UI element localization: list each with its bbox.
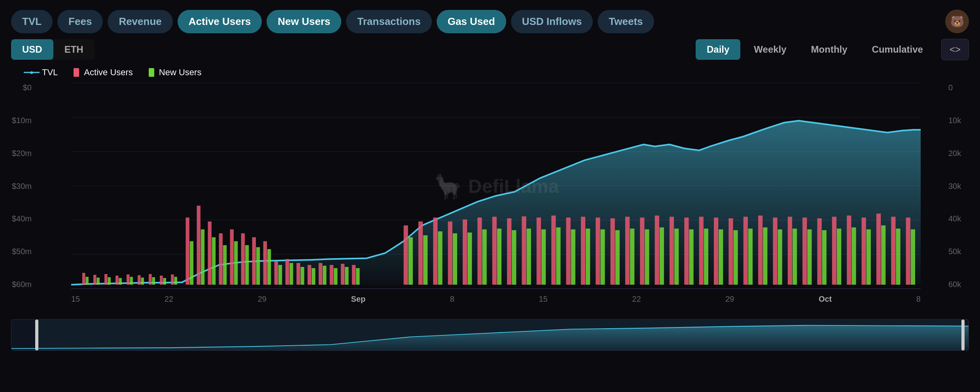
time-cumulative[interactable]: Cumulative [861,39,934,60]
svg-rect-62 [492,217,497,285]
svg-rect-37 [289,263,293,285]
legend-active-users: Active Users [74,67,132,78]
svg-rect-66 [522,216,526,285]
svg-rect-26 [230,229,234,285]
svg-rect-27 [234,241,238,285]
svg-rect-101 [778,229,782,285]
x-label-22: 22 [165,295,173,304]
svg-rect-39 [301,267,304,285]
top-navigation: TVL Fees Revenue Active Users New Users … [0,0,980,39]
x-label-15b: 15 [539,295,547,304]
svg-rect-119 [911,229,915,285]
svg-rect-38 [297,263,300,285]
svg-rect-41 [312,268,315,285]
svg-rect-87 [674,228,679,285]
svg-rect-5 [108,277,110,285]
svg-rect-114 [876,213,881,285]
svg-rect-43 [323,266,326,285]
time-monthly[interactable]: Monthly [800,39,859,60]
range-handle-right[interactable] [961,320,965,350]
svg-rect-29 [245,245,249,285]
svg-rect-70 [551,215,556,285]
svg-rect-107 [822,230,827,285]
svg-rect-54 [433,217,437,285]
svg-rect-4 [104,274,107,285]
controls-row: USD ETH Daily Weekly Monthly Cumulative … [0,39,980,67]
svg-rect-52 [418,221,423,285]
svg-rect-99 [763,227,767,285]
svg-rect-32 [263,241,267,285]
svg-rect-98 [758,215,762,285]
svg-rect-118 [906,217,910,285]
range-selection[interactable] [37,320,963,350]
x-label-22b: 22 [632,295,641,304]
svg-rect-103 [793,228,797,285]
svg-rect-77 [600,229,605,285]
svg-rect-51 [409,237,413,285]
nav-tvl[interactable]: TVL [11,10,53,33]
currency-toggle: USD ETH [11,39,95,60]
x-label-oct: Oct [819,295,832,304]
svg-rect-56 [448,221,452,285]
svg-rect-31 [256,247,260,285]
svg-rect-21 [201,229,204,285]
legend-tvl-line [24,72,40,73]
svg-rect-42 [319,263,322,285]
currency-eth[interactable]: ETH [53,39,95,60]
svg-rect-81 [630,228,634,285]
time-period-group: Daily Weekly Monthly Cumulative <> [696,39,969,60]
y-axis-right: 60k 50k 40k 30k 20k 10k 0 [944,83,980,289]
svg-rect-84 [655,215,659,285]
range-handle-left[interactable] [35,320,38,350]
svg-rect-35 [278,265,282,285]
svg-rect-19 [190,241,193,285]
svg-rect-79 [615,230,620,285]
nav-fees[interactable]: Fees [57,10,103,33]
svg-rect-108 [832,217,836,285]
svg-rect-36 [286,259,289,285]
svg-rect-100 [773,217,777,285]
nav-active-users[interactable]: Active Users [178,10,262,33]
svg-rect-76 [596,217,600,285]
svg-rect-104 [802,217,807,285]
svg-rect-86 [670,217,674,285]
svg-rect-111 [851,227,856,285]
nav-transactions[interactable]: Transactions [346,10,431,33]
user-avatar[interactable]: 🐻 [945,10,969,33]
x-label-sep: Sep [351,295,365,304]
nav-new-users[interactable]: New Users [267,10,341,33]
svg-rect-68 [537,217,541,285]
nav-revenue[interactable]: Revenue [108,10,172,33]
svg-rect-115 [881,225,885,285]
svg-rect-16 [171,274,174,285]
svg-rect-102 [788,217,792,285]
legend-new-users-label: New Users [159,67,202,78]
svg-rect-11 [141,278,144,285]
legend-tvl: TVL [24,67,58,78]
currency-usd[interactable]: USD [11,39,53,60]
svg-rect-23 [212,237,216,285]
svg-rect-71 [556,227,560,285]
legend-new-users-bar [149,68,154,77]
embed-button[interactable]: <> [941,39,969,60]
svg-rect-17 [174,277,177,285]
legend-active-users-bar [74,68,79,77]
svg-rect-50 [404,225,408,285]
svg-rect-109 [837,228,841,285]
svg-rect-47 [345,267,348,285]
nav-tweets[interactable]: Tweets [598,10,654,33]
svg-rect-14 [160,276,163,285]
chart-legend: TVL Active Users New Users [0,67,980,83]
main-chart-svg [71,83,921,289]
time-daily[interactable]: Daily [696,39,740,60]
svg-rect-2 [93,275,96,285]
svg-rect-48 [352,265,356,285]
legend-active-users-label: Active Users [84,67,132,78]
nav-gas-used[interactable]: Gas Used [437,10,506,33]
svg-rect-69 [541,229,546,285]
nav-usd-inflows[interactable]: USD Inflows [511,10,593,33]
range-slider[interactable] [11,319,969,351]
time-weekly[interactable]: Weekly [743,39,797,60]
x-label-29: 29 [258,295,267,304]
svg-rect-112 [862,217,866,285]
